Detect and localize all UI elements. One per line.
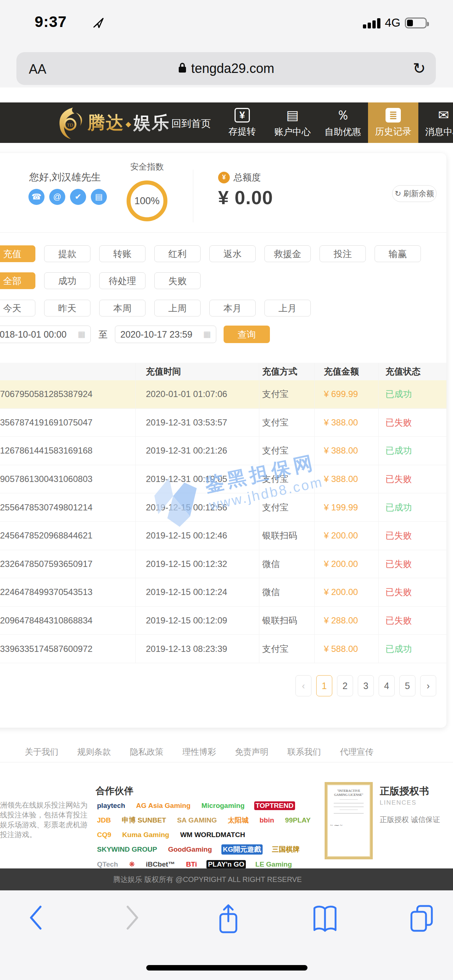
copyright-text: 腾达娱乐 版权所有 @COPYRIGHT ALL RIGHT RESERVE (113, 869, 301, 890)
page-buttons: 12345 (316, 675, 415, 696)
nav-item-label: 历史记录 (375, 126, 412, 137)
status-filter-button[interactable]: 待处理 (99, 272, 145, 289)
verification-icon[interactable]: @ (49, 189, 65, 205)
divider (193, 170, 193, 223)
site-logo[interactable]: TD 腾达◆娱乐 (55, 105, 170, 140)
footer-link[interactable]: 联系我们 (287, 746, 321, 757)
nav-item-icon: ≣ (386, 108, 401, 123)
verification-icon[interactable]: ✔ (70, 189, 86, 205)
balance-label: 总额度 (233, 171, 261, 183)
partner-logo: BTi (185, 860, 198, 869)
date-to-input[interactable]: 2020-10-17 23:59 ▦ (115, 326, 216, 343)
quick-date-button[interactable]: 上月 (265, 300, 311, 317)
date-from-input[interactable]: 2018-10-01 00:00 ▦ (0, 326, 91, 343)
search-button[interactable]: 查询 (223, 326, 270, 343)
tabs-button[interactable] (408, 904, 435, 934)
order-number: 2096478484310868834 (0, 616, 146, 625)
recharge-status: 已失败 (386, 473, 447, 485)
table-header: 充值时间 充值方式 充值金额 充值状态 (0, 363, 447, 380)
quick-date-button[interactable]: 本月 (209, 300, 256, 317)
quick-date-button[interactable]: 本周 (99, 300, 145, 317)
nav-item[interactable]: ¥ 存提转 (217, 102, 267, 143)
status-filter-row: 全部成功待处理失败 (0, 272, 201, 289)
svg-text:TD: TD (67, 122, 73, 127)
footer-link[interactable]: 理性博彩 (182, 746, 216, 757)
recharge-amount: ¥ 588.00 (324, 644, 386, 654)
nav-item-label: 账户中心 (274, 126, 311, 138)
verification-icons: ☎ @ ✔ ▤ (29, 189, 107, 205)
license-note: 正版授权 诚信保证 (380, 815, 440, 825)
share-button[interactable] (217, 904, 239, 937)
type-filter-button[interactable]: 红利 (154, 245, 201, 262)
history-card: 您好,刘汉雄先生 ☎ @ ✔ ▤ 安全指数 100% ¥ 总额度 ¥ 0.00 (0, 153, 447, 728)
table-row: 2326478507593650917 2019-12-15 00:12:32 … (0, 550, 447, 579)
page-button[interactable]: 5 (399, 675, 415, 696)
nav-item[interactable]: ✉ 消息中心 (418, 102, 453, 143)
partner-logo: SA GAMING (175, 816, 218, 825)
divider (0, 232, 447, 232)
footer-link[interactable]: 关于我们 (25, 746, 58, 757)
order-number: 2456478520968844621 (0, 530, 146, 541)
quick-date-button[interactable]: 上周 (154, 300, 201, 317)
partner-logo: 太阳城 (226, 815, 250, 826)
status-bar: 9:37 4G (0, 0, 453, 37)
partner-logo: ❋ (128, 860, 136, 869)
about-text: 洲领先在线娱乐投注网站为线投注体验，包括体育投注娱乐场游戏、彩票老虎机游投注游戏… (0, 800, 92, 840)
bookmarks-button[interactable] (312, 904, 338, 934)
pagination: ‹ 12345 › (295, 675, 436, 696)
footer-link[interactable]: 规则条款 (77, 746, 111, 757)
recharge-status: 已失败 (386, 558, 447, 570)
nav-item[interactable]: ％ 自助优惠 (318, 102, 368, 143)
coin-icon: ¥ (218, 172, 230, 183)
partner-logo: WM WORLDMATCH (179, 830, 247, 839)
url-field[interactable]: tengda29.com (16, 52, 436, 85)
quick-date-button[interactable]: 今天 (0, 300, 35, 317)
about-line: 洲领先在线娱乐投注网站为 (0, 800, 92, 810)
page-button[interactable]: 2 (337, 675, 353, 696)
nav-item[interactable]: ≣ 历史记录 (368, 102, 418, 143)
type-filter-button[interactable]: 充值 (0, 245, 35, 262)
page-button[interactable]: 1 (316, 675, 332, 696)
verification-icon[interactable]: ☎ (29, 189, 45, 205)
table-row: 2456478520968844621 2019-12-15 00:12:46 … (0, 522, 447, 550)
refresh-balance-button[interactable]: ↻ 刷新余额 (392, 185, 437, 202)
forward-button[interactable] (124, 904, 141, 933)
type-filter-button[interactable]: 救援金 (265, 245, 311, 262)
status-filter-button[interactable]: 成功 (44, 272, 91, 289)
type-filter-button[interactable]: 投注 (319, 245, 366, 262)
recharge-amount: ¥ 288.00 (324, 616, 386, 625)
clock: 9:37 (35, 13, 67, 30)
page-button[interactable]: 4 (379, 675, 395, 696)
type-filter-button[interactable]: 转账 (99, 245, 145, 262)
home-link[interactable]: 回到首页 (171, 117, 211, 130)
type-filter-button[interactable]: 输赢 (375, 245, 421, 262)
address-bar[interactable]: AA tengda29.com ↻ (16, 52, 436, 85)
nav-item-label: 存提转 (229, 126, 256, 137)
partner-logo: PLAY'n GO (206, 860, 246, 869)
nav-item[interactable]: ▤ 账户中心 (267, 102, 318, 143)
back-button[interactable] (27, 904, 44, 933)
type-filter-button[interactable]: 提款 (44, 245, 91, 262)
status-filter-button[interactable]: 失败 (154, 272, 201, 289)
verification-icon[interactable]: ▤ (91, 189, 107, 205)
home-indicator[interactable] (146, 965, 308, 970)
partner-logo: SKYWIND GROUP (96, 845, 159, 854)
recharge-time: 2019-12-15 00:12:09 (146, 616, 262, 625)
col-time: 充值时间 (146, 366, 262, 377)
battery-icon (405, 18, 427, 29)
next-page-button[interactable]: › (420, 675, 436, 696)
status-filter-button[interactable]: 全部 (0, 272, 35, 289)
footer-link[interactable]: 免责声明 (235, 746, 268, 757)
type-filter-button[interactable]: 返水 (209, 245, 256, 262)
quick-date-button[interactable]: 昨天 (44, 300, 91, 317)
table-row: 2096478484310868834 2019-12-15 00:12:09 … (0, 607, 447, 635)
recharge-time: 2019-12-15 00:12:32 (146, 559, 262, 569)
dragon-logo-icon: TD (55, 105, 84, 140)
partner-logo: QTech (96, 860, 120, 869)
col-amount: 充值金额 (324, 366, 386, 377)
prev-page-button[interactable]: ‹ (295, 675, 311, 696)
footer-link[interactable]: 代理宣传 (340, 746, 373, 757)
reload-button[interactable]: ↻ (413, 59, 426, 77)
page-button[interactable]: 3 (358, 675, 374, 696)
footer-link[interactable]: 隐私政策 (130, 746, 163, 757)
